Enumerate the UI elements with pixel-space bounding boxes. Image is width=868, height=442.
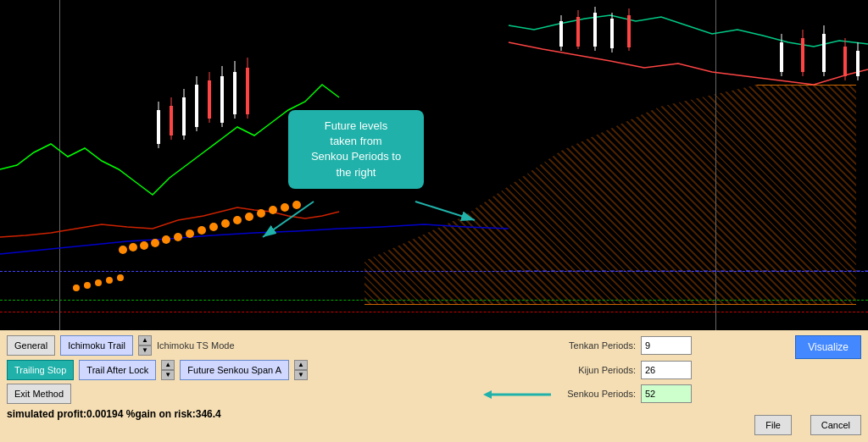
tooltip-line2: taken from: [330, 135, 381, 147]
svg-point-3: [140, 241, 148, 250]
tenkan-label: Tenkan Periods:: [559, 340, 636, 351]
svg-marker-62: [483, 390, 492, 399]
senkou-down-button[interactable]: ▼: [294, 370, 308, 380]
kijun-input[interactable]: [641, 361, 692, 379]
svg-point-10: [221, 219, 230, 228]
controls-row1: General Ichimoku Trail ▲ ▼ Ichimoku TS M…: [0, 330, 868, 358]
future-senkou-button[interactable]: Future Senkou Span A: [180, 360, 289, 380]
general-button[interactable]: General: [7, 335, 55, 356]
kijun-row: Kijun Periods:: [559, 361, 692, 379]
controls-row2: Trailing Stop Trail After Lock ▲ ▼ Futur…: [0, 358, 868, 382]
svg-point-5: [162, 235, 170, 244]
trail-down-button[interactable]: ▼: [161, 370, 175, 380]
exit-method-button[interactable]: Exit Method: [7, 384, 71, 404]
svg-point-17: [73, 285, 80, 291]
ichimoku-up-button[interactable]: ▲: [138, 335, 152, 345]
tenkan-input[interactable]: [641, 336, 692, 355]
controls-row3: Exit Method Senkou Periods:: [0, 382, 868, 406]
visualize-button[interactable]: Visualize: [795, 335, 861, 359]
tenkan-row: Tenkan Periods:: [559, 336, 692, 355]
bottom-panel: Visualize General Ichimoku Trail ▲ ▼ Ich…: [0, 330, 868, 442]
svg-point-8: [198, 226, 206, 235]
trail-after-lock-button[interactable]: Trail After Lock: [79, 360, 156, 380]
status-text: simulated profit:0.00194 %gain on risk:3…: [7, 408, 221, 420]
status-row: simulated profit:0.00194 %gain on risk:3…: [0, 406, 868, 420]
svg-point-4: [151, 239, 159, 247]
svg-point-1: [119, 246, 127, 254]
tooltip-line1: Future levels: [325, 119, 387, 132]
file-button[interactable]: File: [754, 415, 792, 435]
svg-point-14: [269, 206, 277, 214]
svg-point-9: [209, 223, 218, 231]
chart-area: Future levels taken from Senkou Periods …: [0, 0, 868, 330]
mode-label: Ichimoku TS Mode: [157, 340, 235, 351]
trail-up-button[interactable]: ▲: [161, 360, 175, 370]
senkou-up-button[interactable]: ▲: [294, 360, 308, 370]
trail-spinners: ▲ ▼: [161, 360, 175, 380]
senkou-label: Senkou Periods:: [559, 389, 636, 399]
tooltip-bubble: Future levels taken from Senkou Periods …: [288, 110, 424, 189]
svg-point-7: [186, 229, 194, 238]
svg-point-21: [117, 274, 124, 281]
svg-point-15: [281, 203, 289, 212]
tooltip-line3: Senkou Periods to: [311, 150, 401, 163]
svg-line-59: [415, 202, 475, 220]
ichimoku-trail-button[interactable]: Ichimoku Trail: [60, 335, 133, 356]
svg-point-11: [233, 216, 242, 224]
svg-point-16: [292, 201, 301, 209]
senkou-row: Senkou Periods:: [559, 384, 692, 403]
tooltip-line4: the right: [337, 166, 376, 179]
kijun-label: Kijun Periods:: [559, 365, 636, 375]
cancel-button[interactable]: Cancel: [810, 415, 861, 435]
svg-point-18: [84, 282, 91, 289]
chart-svg: [0, 0, 868, 330]
ichimoku-spinners: ▲ ▼: [138, 335, 152, 356]
ichimoku-down-button[interactable]: ▼: [138, 345, 152, 356]
senkou-input[interactable]: [641, 384, 692, 403]
svg-point-20: [106, 277, 113, 284]
svg-point-12: [245, 213, 253, 221]
trailing-stop-button[interactable]: Trailing Stop: [7, 360, 74, 380]
periods-section: Tenkan Periods:: [559, 336, 692, 355]
senkou-arrow-icon: [483, 384, 551, 405]
svg-point-6: [174, 233, 182, 241]
svg-point-2: [129, 243, 137, 251]
svg-point-19: [95, 279, 102, 286]
senkou-spinners: ▲ ▼: [294, 360, 308, 380]
svg-point-13: [257, 209, 265, 218]
